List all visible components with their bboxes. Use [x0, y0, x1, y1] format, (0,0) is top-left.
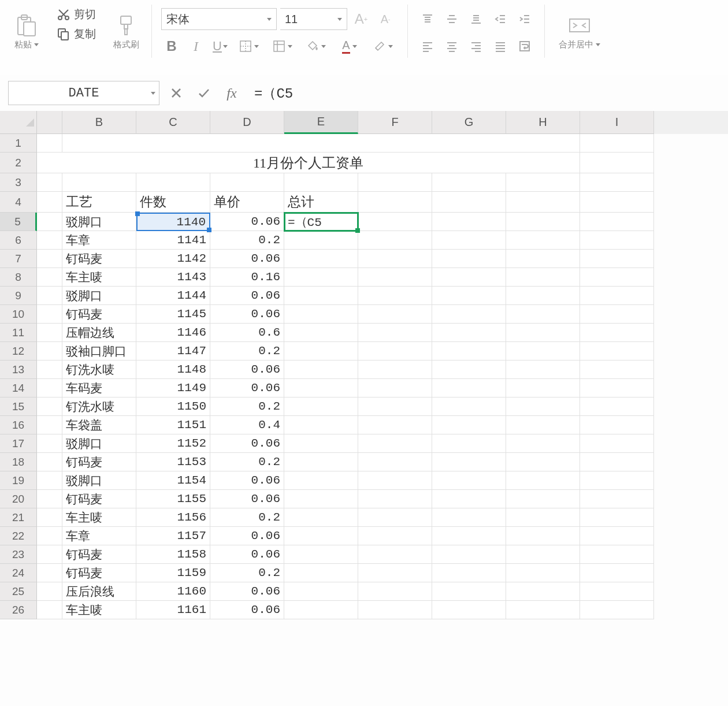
cell[interactable]: [284, 397, 358, 416]
cell[interactable]: 1151: [136, 416, 210, 434]
cell[interactable]: 压帽边线: [62, 324, 136, 342]
row-header[interactable]: 23: [0, 545, 37, 564]
cell[interactable]: [506, 361, 580, 379]
cell[interactable]: 车主唛: [62, 601, 136, 619]
cell[interactable]: 钉码麦: [62, 250, 136, 268]
cell[interactable]: 驳袖口脚口: [62, 342, 136, 361]
cell[interactable]: 1152: [136, 434, 210, 453]
cell[interactable]: 0.06: [210, 434, 284, 453]
referenced-cell[interactable]: 1140: [136, 213, 210, 231]
cell[interactable]: 0.06: [210, 601, 284, 619]
cell[interactable]: [358, 192, 432, 213]
active-editing-cell[interactable]: =（C5: [284, 213, 358, 231]
col-header-D[interactable]: D: [210, 111, 284, 134]
cell[interactable]: [37, 416, 62, 434]
cell[interactable]: 1147: [136, 342, 210, 361]
cell[interactable]: [37, 601, 62, 619]
font-color-button[interactable]: A: [335, 36, 365, 57]
accept-formula-button[interactable]: [193, 82, 215, 104]
row-header[interactable]: 4: [0, 192, 37, 213]
wrap-text-button[interactable]: [514, 36, 535, 57]
row-header[interactable]: 14: [0, 379, 37, 397]
cell[interactable]: 1159: [136, 564, 210, 582]
cell[interactable]: [432, 231, 506, 250]
fill-color-button[interactable]: [301, 36, 331, 57]
cell[interactable]: [506, 173, 580, 192]
cell[interactable]: [580, 287, 654, 305]
cell[interactable]: 0.2: [210, 508, 284, 527]
cell[interactable]: [284, 453, 358, 471]
cell[interactable]: [580, 471, 654, 490]
cell[interactable]: [580, 564, 654, 582]
cell[interactable]: 1155: [136, 490, 210, 508]
cell[interactable]: [37, 305, 62, 324]
cell[interactable]: 0.06: [210, 361, 284, 379]
cell[interactable]: 0.4: [210, 416, 284, 434]
row-header[interactable]: 8: [0, 268, 37, 287]
cell[interactable]: [37, 545, 62, 564]
cell[interactable]: [506, 601, 580, 619]
cut-button[interactable]: 剪切: [53, 5, 99, 24]
border-button[interactable]: [234, 36, 264, 57]
cell[interactable]: 0.2: [210, 564, 284, 582]
cell[interactable]: [358, 508, 432, 527]
cell[interactable]: [506, 434, 580, 453]
cell[interactable]: 驳脚口: [62, 213, 136, 231]
cell[interactable]: 1148: [136, 361, 210, 379]
cell[interactable]: [37, 173, 62, 192]
cell[interactable]: 车主唛: [62, 508, 136, 527]
cell[interactable]: [506, 416, 580, 434]
cell[interactable]: [358, 287, 432, 305]
align-bottom-button[interactable]: [466, 9, 486, 29]
row-header[interactable]: 10: [0, 305, 37, 324]
cell[interactable]: 1149: [136, 379, 210, 397]
cell[interactable]: [358, 471, 432, 490]
row-header[interactable]: 5: [0, 213, 37, 231]
cell[interactable]: [580, 134, 654, 153]
cell[interactable]: [358, 601, 432, 619]
cell[interactable]: 0.06: [210, 490, 284, 508]
cell[interactable]: [284, 434, 358, 453]
font-size-select[interactable]: 11: [280, 8, 347, 30]
row-header[interactable]: 26: [0, 601, 37, 619]
cell[interactable]: [358, 564, 432, 582]
cell[interactable]: [580, 213, 654, 231]
clear-format-button[interactable]: [368, 36, 398, 57]
cell[interactable]: [580, 153, 654, 173]
cell[interactable]: [37, 250, 62, 268]
cell[interactable]: [506, 192, 580, 213]
align-left-button[interactable]: [417, 36, 438, 57]
cell[interactable]: 车主唛: [62, 268, 136, 287]
cell[interactable]: 车章: [62, 527, 136, 545]
cell[interactable]: [358, 213, 432, 231]
cell[interactable]: 钉码麦: [62, 545, 136, 564]
cell[interactable]: 车码麦: [62, 379, 136, 397]
row-header[interactable]: 15: [0, 397, 37, 416]
cell[interactable]: [580, 416, 654, 434]
cell[interactable]: [580, 305, 654, 324]
cell[interactable]: 钉码麦: [62, 305, 136, 324]
name-box[interactable]: DATE: [8, 81, 159, 105]
cell[interactable]: [37, 379, 62, 397]
header-cell[interactable]: 总计: [284, 192, 358, 213]
cell[interactable]: [37, 453, 62, 471]
sheet-title-cell[interactable]: 11月份个人工资单: [37, 153, 580, 173]
cell[interactable]: 0.06: [210, 582, 284, 601]
row-header[interactable]: 11: [0, 324, 37, 342]
align-center-button[interactable]: [441, 36, 462, 57]
row-header[interactable]: 6: [0, 231, 37, 250]
cell[interactable]: [358, 324, 432, 342]
cell[interactable]: [358, 527, 432, 545]
cell[interactable]: [432, 397, 506, 416]
bold-button[interactable]: B: [161, 36, 182, 57]
cell[interactable]: [358, 134, 432, 153]
cell[interactable]: [506, 471, 580, 490]
cell[interactable]: 0.2: [210, 397, 284, 416]
cell[interactable]: 0.2: [210, 342, 284, 361]
cell[interactable]: 车章: [62, 231, 136, 250]
cell[interactable]: 0.06: [210, 213, 284, 231]
cell[interactable]: 驳脚口: [62, 471, 136, 490]
cell[interactable]: [358, 490, 432, 508]
cell[interactable]: [432, 527, 506, 545]
cell[interactable]: [37, 342, 62, 361]
